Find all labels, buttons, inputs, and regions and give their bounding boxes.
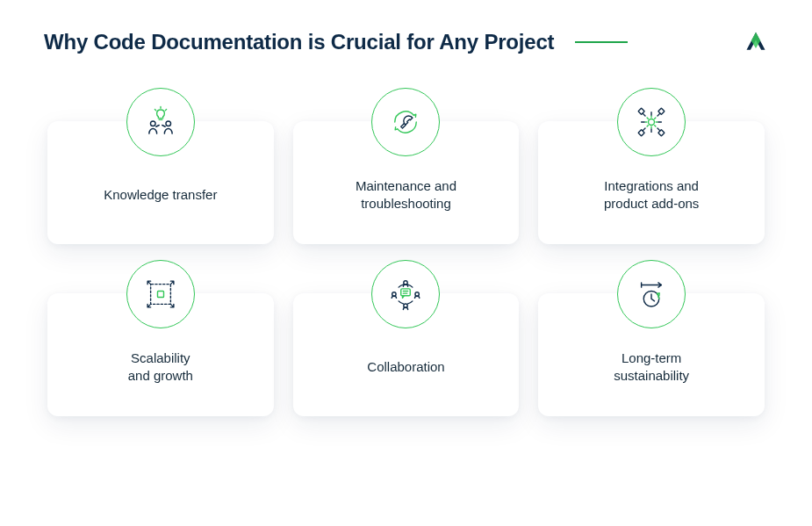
svg-point-2 — [649, 119, 655, 126]
page-title: Why Code Documentation is Crucial for An… — [44, 30, 554, 54]
clock-arrow-icon — [617, 260, 686, 328]
svg-point-1 — [166, 121, 171, 126]
card-label: Collaboration — [367, 358, 444, 376]
card-label: Knowledge transfer — [104, 186, 217, 204]
chat-group-icon — [371, 260, 440, 328]
card-label: Integrations and product add-ons — [604, 177, 699, 213]
cards-grid: Knowledge transfer Maintenance and troub… — [44, 88, 768, 416]
title-divider — [575, 41, 628, 43]
card-maintenance: Maintenance and troubleshooting — [293, 88, 520, 244]
card-knowledge-transfer: Knowledge transfer — [47, 88, 274, 244]
brand-logo-icon — [744, 30, 768, 54]
expand-frame-icon — [126, 260, 195, 328]
header: Why Code Documentation is Crucial for An… — [44, 30, 768, 54]
card-collaboration: Collaboration — [293, 260, 520, 416]
card-sustainability: Long-term sustainability — [538, 260, 765, 416]
svg-rect-7 — [150, 285, 170, 305]
gears-network-icon — [617, 88, 686, 156]
card-scalability: Scalability and growth — [47, 260, 274, 416]
card-label: Maintenance and troubleshooting — [356, 177, 456, 213]
svg-point-0 — [150, 121, 155, 126]
card-integrations: Integrations and product add-ons — [538, 88, 765, 244]
svg-rect-9 — [401, 289, 411, 296]
svg-rect-8 — [157, 292, 163, 298]
people-idea-icon — [126, 88, 195, 156]
card-label: Scalability and growth — [128, 349, 193, 385]
wrench-cycle-icon — [371, 88, 440, 156]
card-label: Long-term sustainability — [614, 349, 689, 385]
